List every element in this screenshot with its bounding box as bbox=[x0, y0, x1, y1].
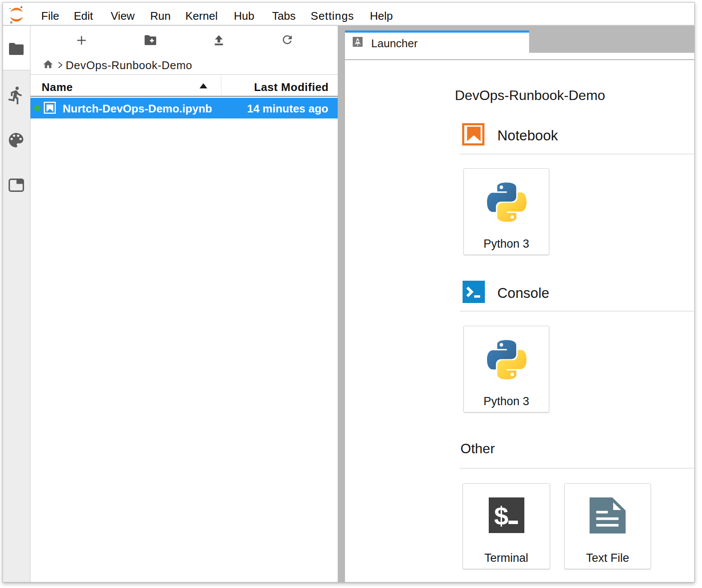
svg-text:$: $ bbox=[494, 502, 508, 530]
